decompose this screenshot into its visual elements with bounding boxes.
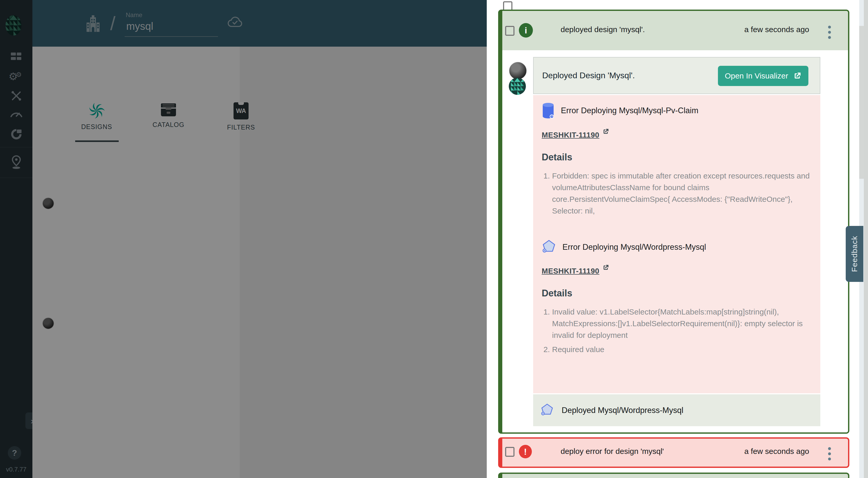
- error-details-section: ? Error Deploying Mysql/Mysql-Pv-Claim M…: [533, 95, 820, 393]
- pvc-cylinder-icon: ?: [542, 102, 555, 119]
- deploy-summary-panel: Deployed Design 'Mysql'. Open In Visuali…: [533, 57, 820, 94]
- notification-card-partial[interactable]: [498, 473, 849, 478]
- notification-time: a few seconds ago: [744, 25, 809, 34]
- error-detail-item: Invalid value: v1.LabelSelector{MatchLab…: [552, 306, 812, 341]
- deploy-success-row: Deployed Mysql/Wordpress-Mysql: [533, 394, 820, 426]
- notification-checkbox[interactable]: [505, 26, 515, 36]
- error-detail-item: Forbidden: spec is immutable after creat…: [552, 170, 812, 217]
- notification-time: a few seconds ago: [744, 447, 809, 456]
- svg-text:?: ?: [551, 115, 553, 118]
- feedback-tab[interactable]: Feedback: [846, 226, 863, 282]
- error-detail-item: Required value: [552, 344, 812, 355]
- info-icon: i: [519, 23, 533, 38]
- error-title: Error Deploying Mysql/Wordpress-Mysql: [562, 243, 706, 252]
- feedback-label: Feedback: [850, 236, 859, 272]
- external-link-icon: [602, 128, 609, 135]
- error-title: Error Deploying Mysql/Mysql-Pv-Claim: [561, 106, 699, 115]
- external-link-icon: [602, 264, 609, 271]
- details-heading: Details: [542, 288, 812, 299]
- deployment-pentagon-icon: [540, 403, 554, 418]
- external-link-icon: [793, 71, 802, 80]
- user-avatar[interactable]: [509, 62, 527, 80]
- kebab-menu-icon[interactable]: [824, 22, 835, 42]
- resource-icon: ?: [542, 102, 555, 119]
- error-icon: !: [519, 445, 532, 458]
- meshkit-error-link[interactable]: MESHKIT-11190: [542, 267, 599, 276]
- error-detail-list: Invalid value: v1.LabelSelector{MatchLab…: [542, 306, 812, 355]
- notification-body: Deployed Design 'Mysql'. Open In Visuali…: [502, 50, 848, 434]
- notification-center-drawer: i deployed design 'mysql'. a few seconds…: [487, 0, 868, 478]
- notification-header[interactable]: i deployed design 'mysql'. a few seconds…: [502, 11, 848, 50]
- deployment-error-block: ? Error Deploying Mysql/Mysql-Pv-Claim M…: [542, 102, 812, 217]
- notification-title: deploy error for design 'mysql': [561, 447, 664, 456]
- modal-dim-overlay[interactable]: [0, 0, 487, 478]
- error-detail-list: Forbidden: spec is immutable after creat…: [542, 170, 812, 217]
- deploy-summary-text: Deployed Design 'Mysql'.: [542, 71, 635, 80]
- drawer-scrollbar-thumb[interactable]: [859, 26, 864, 179]
- notification-card-deployed[interactable]: i deployed design 'mysql'. a few seconds…: [498, 9, 849, 434]
- deployment-error-block: ? Error Deploying Mysql/Wordpress-Mysql …: [542, 240, 812, 355]
- page-scrollbar[interactable]: [864, 0, 868, 478]
- resource-icon: ?: [542, 240, 556, 255]
- meshkit-error-link[interactable]: MESHKIT-11190: [542, 131, 599, 139]
- meshery-avatar[interactable]: [509, 78, 526, 95]
- kebab-menu-icon[interactable]: [824, 444, 835, 464]
- notification-card-error[interactable]: ! deploy error for design 'mysql' a few …: [498, 437, 849, 468]
- notification-checkbox[interactable]: [505, 447, 515, 457]
- deployment-pentagon-icon: [542, 240, 556, 255]
- open-in-visualizer-button[interactable]: Open In Visualizer: [718, 66, 808, 86]
- deploy-success-text: Deployed Mysql/Wordpress-Mysql: [562, 406, 683, 415]
- notification-title: deployed design 'mysql'.: [561, 25, 645, 34]
- details-heading: Details: [542, 152, 812, 163]
